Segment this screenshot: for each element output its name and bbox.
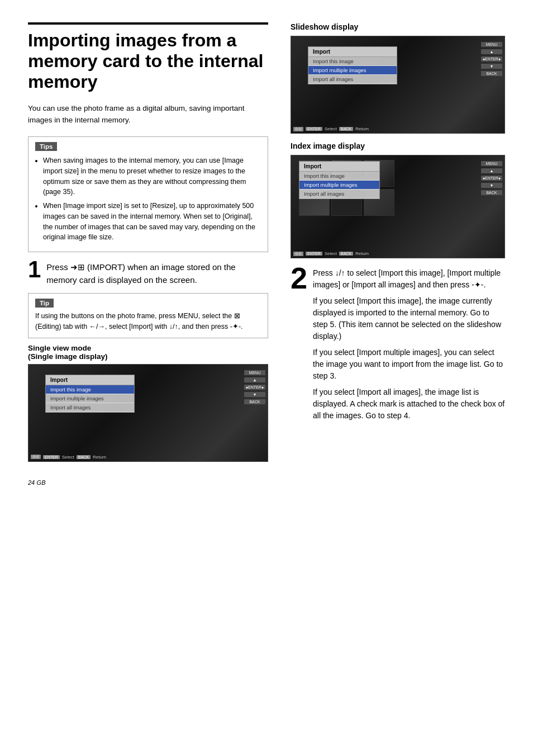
single-view-screen: Import Import this image Import multiple… bbox=[28, 364, 268, 462]
step-1-text: Press ➜⊞ (IMPORT) when an image stored o… bbox=[46, 261, 268, 286]
index-up-btn: ▲ bbox=[481, 168, 502, 173]
tips-item-1: When saving images to the internal memor… bbox=[43, 155, 261, 197]
page-suffix: GB bbox=[37, 479, 46, 486]
page-number: 24 bbox=[28, 479, 35, 486]
page-title: Importing images from a memory card to t… bbox=[28, 22, 268, 92]
tips-box-title: Tips bbox=[35, 142, 57, 151]
index-enter-btn: ●ENTER● bbox=[481, 176, 502, 181]
index-heading: Index image display bbox=[291, 141, 505, 150]
tips-list: When saving images to the internal memor… bbox=[35, 155, 261, 243]
index-menu: Import Import this image Import multiple… bbox=[299, 161, 380, 199]
index-menu-item-2: Import multiple images bbox=[299, 181, 379, 190]
single-view-side-buttons: MENU ▲ ●ENTER● ▼ BACK bbox=[244, 370, 265, 404]
tip-box-text: If using the buttons on the photo frame,… bbox=[35, 311, 261, 332]
slideshow-enter-btn: ●ENTER● bbox=[481, 56, 502, 62]
slideshow-down-btn: ▼ bbox=[481, 64, 502, 69]
index-side-buttons: MENU ▲ ●ENTER● ▼ BACK bbox=[481, 161, 502, 195]
slideshow-menu-item-2: Import multiple images bbox=[308, 66, 397, 75]
index-screen: Import Import this image Import multiple… bbox=[291, 155, 505, 258]
tips-box: Tips When saving images to the internal … bbox=[28, 136, 268, 252]
single-view-up-btn: ▲ bbox=[244, 377, 265, 382]
single-view-menu: Import Import this image Import multiple… bbox=[45, 375, 135, 413]
single-view-heading: Single view mode(Single image display) bbox=[28, 344, 268, 361]
slideshow-screen-wrap: Import Import this image Import multiple… bbox=[291, 36, 505, 134]
step-2-para1: If you select [Import this image], the i… bbox=[313, 295, 505, 342]
slideshow-menu-title: Import bbox=[308, 47, 397, 57]
tip-box: Tip If using the buttons on the photo fr… bbox=[28, 293, 268, 338]
single-view-menu-title: Import bbox=[46, 375, 134, 385]
tips-item-2: When [Image import size] is set to [Resi… bbox=[43, 201, 261, 243]
step-2: 2 Press ↓/↑ to select [Import this image… bbox=[291, 267, 505, 426]
single-view-menu-item-3: Import all images bbox=[46, 403, 134, 412]
index-down-btn: ▼ bbox=[481, 183, 502, 188]
slideshow-back-btn: BACK bbox=[481, 71, 502, 76]
index-screen-wrap: Import Import this image Import multiple… bbox=[291, 155, 505, 258]
slideshow-screen: Import Import this image Import multiple… bbox=[291, 36, 505, 134]
step-1-number: 1 bbox=[28, 258, 41, 281]
single-view-menu-item-1: Import this image bbox=[46, 385, 134, 394]
single-view-menu-item-2: Import multiple images bbox=[46, 394, 134, 403]
single-view-menu-btn: MENU bbox=[244, 370, 265, 375]
slideshow-up-btn: ▲ bbox=[481, 49, 502, 54]
single-view-screen-wrap: Import Import this image Import multiple… bbox=[28, 364, 268, 462]
index-menu-item-1: Import this image bbox=[299, 172, 379, 181]
single-view-down-btn: ▼ bbox=[244, 392, 265, 397]
right-column: Slideshow display Import Import this ima… bbox=[291, 22, 505, 486]
slideshow-bottom-bar: ⊙⊙ ENTER Select BACK Return bbox=[293, 126, 369, 131]
left-column: Importing images from a memory card to t… bbox=[28, 22, 268, 486]
slideshow-menu-item-1: Import this image bbox=[308, 57, 397, 66]
slideshow-menu-btn: MENU bbox=[481, 42, 502, 47]
single-view-bottom-bar: ⊙⊙ ENTER Select BACK Return bbox=[31, 455, 106, 460]
single-view-back-btn: BACK bbox=[244, 399, 265, 404]
step-2-content: Press ↓/↑ to select [Import this image],… bbox=[313, 267, 505, 426]
step-2-number: 2 bbox=[291, 263, 307, 426]
slideshow-side-buttons: MENU ▲ ●ENTER● ▼ BACK bbox=[481, 42, 502, 76]
page-footer: 24 GB bbox=[28, 479, 268, 486]
slideshow-heading: Slideshow display bbox=[291, 22, 505, 31]
index-menu-btn: MENU bbox=[481, 161, 502, 166]
step-2-para3: If you select [Import all images], the i… bbox=[313, 386, 505, 422]
slideshow-menu-item-3: Import all images bbox=[308, 75, 397, 84]
index-bottom-bar: ⊙⊙ ENTER Select BACK Return bbox=[293, 251, 369, 256]
step-2-main-text: Press ↓/↑ to select [Import this image],… bbox=[313, 267, 505, 291]
slideshow-menu: Import Import this image Import multiple… bbox=[308, 46, 397, 84]
index-menu-item-3: Import all images bbox=[299, 190, 379, 199]
step-2-para2: If you select [Import multiple images], … bbox=[313, 347, 505, 382]
step-1: 1 Press ➜⊞ (IMPORT) when an image stored… bbox=[28, 261, 268, 286]
index-back-btn: BACK bbox=[481, 190, 502, 195]
index-menu-title: Import bbox=[299, 162, 379, 172]
intro-text: You can use the photo frame as a digital… bbox=[28, 103, 268, 126]
tip-box-title: Tip bbox=[35, 299, 54, 308]
step-1-content: Press ➜⊞ (IMPORT) when an image stored o… bbox=[46, 261, 268, 286]
single-view-enter-btn: ●ENTER● bbox=[244, 385, 265, 390]
